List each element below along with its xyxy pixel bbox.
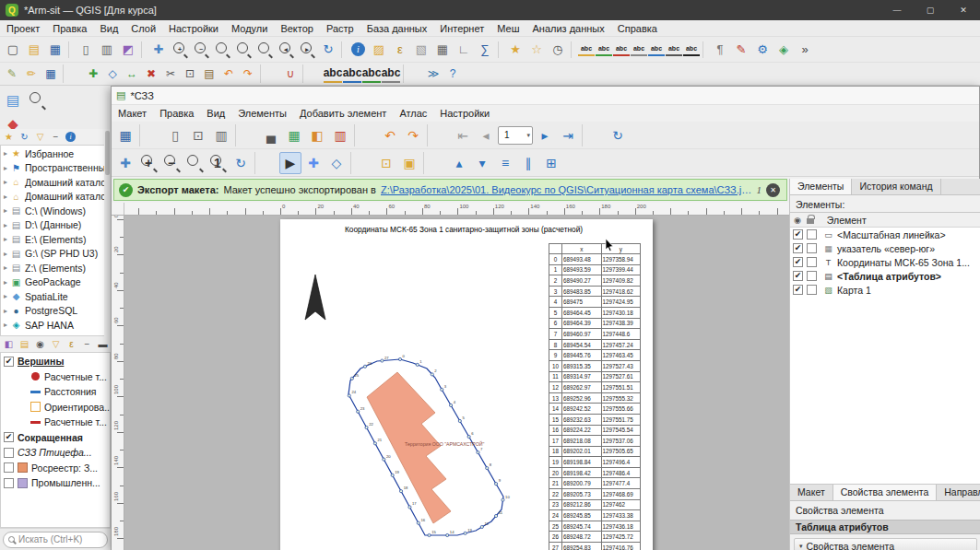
processing-toolbox-icon[interactable]: ⚙	[752, 40, 773, 60]
zoom-in-icon[interactable]: +	[170, 40, 190, 60]
browser-tree-item[interactable]: ▸ ▤ C:\ (Windows)	[1, 204, 110, 218]
open-attribute-table-icon[interactable]: ▦	[432, 40, 453, 60]
paste-features-icon[interactable]: ▤	[200, 64, 218, 83]
menu-item[interactable]: Проект	[0, 22, 46, 35]
layout-titlebar[interactable]: ▤ *СЗЗ	[112, 87, 979, 105]
toggle-editing-icon[interactable]: ✏	[22, 64, 41, 83]
menu-item[interactable]: Меш	[490, 22, 525, 35]
layout-item-row[interactable]: ▦ указатель «север-юг»	[790, 241, 980, 255]
expand-arrow-icon[interactable]: ▸	[1, 178, 10, 186]
refresh-view-icon[interactable]: ↻	[607, 124, 629, 146]
atlas-last-icon[interactable]: ⇥	[557, 124, 579, 146]
dock-tab[interactable]: Элементы	[790, 179, 852, 194]
separator[interactable]	[423, 152, 445, 174]
browser-scrollbar[interactable]	[104, 129, 111, 336]
snapping-options-icon[interactable]: ∪	[281, 64, 300, 83]
identify-features-icon[interactable]: i	[351, 42, 365, 56]
layout-canvas[interactable]: Координаты МСК-65 Зона 1 санитарно-защит…	[124, 216, 789, 550]
filter-expression-icon[interactable]: ε	[65, 337, 78, 351]
item-visibility-checkbox[interactable]	[793, 243, 803, 253]
maximize-button[interactable]: ▢	[914, 0, 947, 20]
filter-legend-icon[interactable]: ▽	[49, 337, 63, 351]
layer-visibility-checkbox[interactable]	[4, 478, 14, 488]
expand-arrow-icon[interactable]: ▸	[1, 278, 10, 287]
zoom-to-layer-icon[interactable]	[254, 40, 275, 60]
zoom-full-icon[interactable]	[212, 40, 232, 60]
separator[interactable]	[582, 124, 604, 146]
layer-visibility-checkbox[interactable]	[4, 448, 14, 458]
item-lock-checkbox[interactable]	[807, 285, 817, 295]
measure-line-icon[interactable]: ∟	[454, 40, 474, 60]
browser-tree-item[interactable]: ▸ ★ Избранное	[1, 146, 110, 161]
browser-tree-item[interactable]: ▸ ▤ Z:\ (Elements)	[1, 261, 110, 275]
move-feature-icon[interactable]: ↔	[123, 64, 141, 83]
separator[interactable]	[350, 152, 372, 174]
item-visibility-checkbox[interactable]	[793, 271, 803, 281]
zoom-last-icon[interactable]: ◂	[276, 40, 296, 60]
expand-arrow-icon[interactable]: ▸	[1, 235, 10, 243]
refresh-browser-icon[interactable]: ↻	[18, 130, 31, 144]
layer-visibility-checkbox[interactable]	[4, 357, 14, 367]
browser-tree-item[interactable]: ▸ ▤ E:\ (Elements)	[1, 232, 110, 247]
item-properties-section-header[interactable]: ▾ Свойства элемента	[794, 538, 977, 550]
layout-menu-item[interactable]: Вид	[200, 107, 231, 120]
separator[interactable]	[260, 64, 278, 83]
new-print-layout-icon[interactable]: ▯	[76, 40, 96, 60]
layer-item[interactable]: СЗЗ Птицефа...	[1, 445, 110, 461]
add-point-feature-icon[interactable]: ✚	[84, 64, 102, 83]
dock-tab[interactable]: Свойства элемента	[833, 485, 938, 500]
distribute-items-icon[interactable]: ∥	[517, 152, 539, 174]
export-pdf-icon[interactable]: ▥	[329, 124, 351, 146]
collapse-all-icon[interactable]: −	[49, 130, 63, 144]
copy-features-icon[interactable]: ⊡	[181, 64, 199, 83]
group-items-icon[interactable]: ⊡	[375, 152, 397, 174]
exported-file-link[interactable]: Z:\Разработка\2025\01. Видеокурс по QGIS…	[381, 184, 752, 195]
layer-item[interactable]: Росреестр: З...	[1, 461, 110, 476]
python-console-icon[interactable]: ≫	[424, 64, 443, 83]
menu-item[interactable]: Интернет	[433, 22, 490, 35]
rotate-label-icon[interactable]: abc	[666, 43, 682, 56]
label-selected-icon[interactable]: abc	[596, 43, 612, 56]
browser-tree-item[interactable]: ▸ ◈ SAP HANA	[1, 318, 110, 333]
expand-arrow-icon[interactable]: ▸	[1, 292, 10, 300]
menu-item[interactable]: Правка	[46, 22, 93, 35]
expand-arrow-icon[interactable]: ▸	[1, 307, 10, 315]
expand-arrow-icon[interactable]: ▸	[1, 263, 10, 272]
zoom-full-icon[interactable]	[183, 152, 206, 174]
separator[interactable]	[703, 41, 707, 58]
new-annotation-icon[interactable]: ✎	[731, 40, 751, 60]
menu-item[interactable]: Настройки	[162, 22, 225, 35]
deselect-all-icon[interactable]: ▧	[411, 40, 431, 60]
message-close-button[interactable]: ✕	[766, 183, 780, 197]
layer-item[interactable]: Расчетные т...	[1, 369, 110, 385]
zoom-out-icon[interactable]: −	[191, 40, 211, 60]
layer-labeling-icon[interactable]: abc	[578, 43, 595, 56]
pan-layout-icon[interactable]: ✚	[114, 152, 136, 174]
layer-item[interactable]: Ориентирова...	[1, 400, 110, 415]
current-edits-icon[interactable]: ✎	[3, 64, 21, 83]
layer-item[interactable]: Вершины	[1, 354, 110, 369]
layout-menu-item[interactable]: Макет	[112, 107, 153, 120]
menu-item[interactable]: База данных	[360, 22, 434, 35]
layout-item-row[interactable]: ▤ <Таблица атрибутов>	[790, 269, 980, 283]
atlas-prev-icon[interactable]: ◂	[475, 124, 497, 146]
zoom-100-icon[interactable]: 1	[207, 152, 229, 174]
pan-map-icon[interactable]: ✚	[148, 40, 169, 60]
data-source-manager-icon[interactable]: ▤	[2, 89, 24, 111]
browser-tree-item[interactable]: ▸ ▣ GeoPackage	[1, 275, 110, 290]
separator[interactable]	[498, 41, 502, 58]
save-project-icon[interactable]: ▦	[45, 40, 65, 60]
vertex-tool-icon[interactable]: ◇	[103, 64, 122, 83]
separator[interactable]	[354, 124, 376, 146]
manage-map-themes-icon[interactable]: ◉	[33, 337, 47, 351]
select-features-icon[interactable]: ▨	[369, 40, 389, 60]
separator[interactable]	[571, 41, 575, 58]
item-lock-checkbox[interactable]	[807, 243, 817, 253]
item-visibility-checkbox[interactable]	[793, 229, 803, 240]
separator[interactable]	[235, 124, 257, 146]
browser-tree-item[interactable]: ▸ ⚑ Пространственные закладки	[1, 161, 110, 176]
expand-arrow-icon[interactable]: ▸	[1, 149, 10, 158]
layout-menu-item[interactable]: Правка	[153, 107, 200, 120]
layout-menu-item[interactable]: Элементы	[231, 107, 293, 120]
raise-items-icon[interactable]: ▴	[448, 152, 470, 174]
